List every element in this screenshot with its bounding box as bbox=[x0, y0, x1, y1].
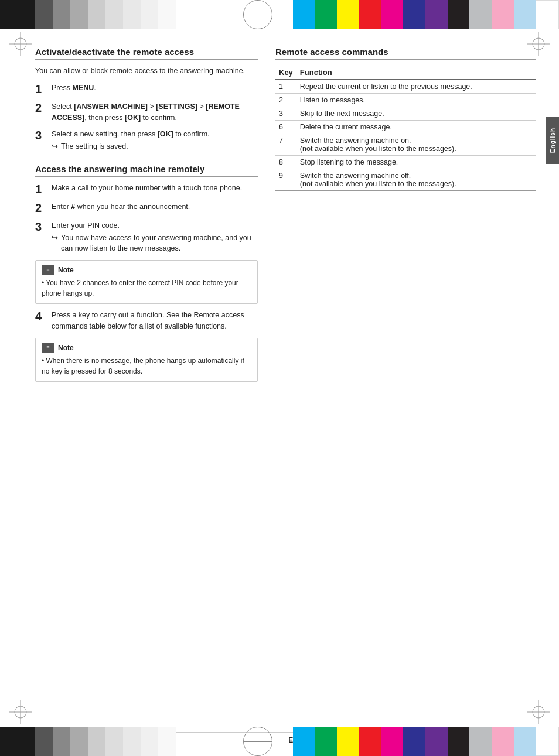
note1-icon: ≡ bbox=[42, 265, 54, 275]
step1-1-bold: MENU bbox=[72, 84, 94, 92]
step1-2: 2 Select [ANSWER MACHINE] > [SETTINGS] >… bbox=[35, 101, 258, 124]
corner-mark-bl bbox=[9, 700, 32, 724]
section1-title: Activate/deactivate the remote access bbox=[35, 47, 258, 60]
section-activate: Activate/deactivate the remote access Yo… bbox=[35, 47, 258, 152]
english-tab-label: English bbox=[550, 128, 556, 153]
table-cell-function: Switch the answering machine off.(not av… bbox=[296, 169, 536, 191]
color-bar-center bbox=[223, 0, 293, 29]
section-commands-title: Remote access commands bbox=[275, 47, 536, 60]
step1-3-result: The setting is saved. bbox=[52, 141, 258, 152]
step2-1: 1 Make a call to your home number with a… bbox=[35, 183, 258, 196]
left-column: Activate/deactivate the remote access Yo… bbox=[35, 47, 258, 394]
main-content: Activate/deactivate the remote access Yo… bbox=[35, 47, 536, 709]
col-function: Function bbox=[296, 66, 536, 80]
cb-b-w2 bbox=[141, 727, 158, 756]
step2-1-num: 1 bbox=[35, 183, 52, 196]
step1-2-b2: [SETTINGS] bbox=[156, 102, 197, 111]
cb-purple bbox=[425, 0, 448, 29]
step2-2-num: 2 bbox=[35, 201, 52, 214]
step1-3-content: Select a new setting, then press [OK] to… bbox=[52, 129, 258, 152]
table-cell-function: Stop listening to the message. bbox=[296, 156, 536, 169]
step2-4-num: 4 bbox=[35, 310, 52, 323]
section-access: Access the answering machine remotely 1 … bbox=[35, 164, 258, 382]
step1-3-bold: [OK] bbox=[158, 130, 173, 138]
cb-black2 bbox=[448, 0, 470, 29]
table-cell-function: Switch the answering machine on.(not ava… bbox=[296, 134, 536, 156]
table-cell-key: 8 bbox=[275, 156, 296, 169]
step2-4-content: Press a key to carry out a function. See… bbox=[52, 310, 258, 332]
step2-3-result: You now have access to your answering ma… bbox=[52, 232, 258, 255]
note-box-1: ≡ Note You have 2 chances to enter the c… bbox=[35, 260, 258, 304]
cb-md bbox=[53, 0, 70, 29]
step2-3-num: 3 bbox=[35, 220, 52, 233]
cb-blue bbox=[403, 0, 425, 29]
table-row: 3Skip to the next message. bbox=[275, 107, 536, 121]
cb-lt bbox=[70, 0, 88, 29]
table-row: 7Switch the answering machine on.(not av… bbox=[275, 134, 536, 156]
cb-b-w1 bbox=[123, 727, 141, 756]
cb-pink bbox=[492, 0, 514, 29]
cb-llt bbox=[88, 0, 105, 29]
step1-1-num: 1 bbox=[35, 83, 52, 95]
table-cell-function: Delete the current message. bbox=[296, 121, 536, 134]
columns: Activate/deactivate the remote access Yo… bbox=[35, 47, 536, 394]
table-cell-key: 7 bbox=[275, 134, 296, 156]
step1-1: 1 Press MENU. bbox=[35, 83, 258, 95]
step1-2-num: 2 bbox=[35, 101, 52, 114]
table-row: 2Listen to messages. bbox=[275, 94, 536, 107]
note2-content: When there is no message, the phone hang… bbox=[42, 355, 251, 377]
crosshair-circle-bottom bbox=[243, 727, 272, 756]
color-bar-bottom bbox=[0, 727, 559, 756]
table-cell-function: Listen to messages. bbox=[296, 94, 536, 107]
cb-black bbox=[0, 0, 35, 29]
step2-2-content: Enter # when you hear the announcement. bbox=[52, 201, 258, 213]
cb-b-llt bbox=[88, 727, 105, 756]
step2-3: 3 Enter your PIN code. You now have acce… bbox=[35, 220, 258, 254]
step2-4: 4 Press a key to carry out a function. S… bbox=[35, 310, 258, 332]
cb-ltblue bbox=[514, 0, 536, 29]
cb-white bbox=[536, 0, 559, 29]
cb-cyan bbox=[293, 0, 315, 29]
color-bar-bottom-left bbox=[0, 727, 223, 756]
note2-header: ≡ Note bbox=[42, 343, 251, 353]
table-cell-key: 9 bbox=[275, 169, 296, 191]
note-box-2: ≡ Note When there is no message, the pho… bbox=[35, 338, 258, 382]
step1-3-num: 3 bbox=[35, 129, 52, 142]
cb-b-dk bbox=[35, 727, 53, 756]
cb-w2 bbox=[141, 0, 158, 29]
note2-label: Note bbox=[58, 344, 74, 352]
color-bar-bottom-right bbox=[293, 727, 559, 756]
note1-icon-lines: ≡ bbox=[46, 268, 49, 273]
table-row: 8Stop listening to the message. bbox=[275, 156, 536, 169]
color-bar-right bbox=[293, 0, 559, 29]
cb-b-black bbox=[0, 727, 35, 756]
note1-header: ≡ Note bbox=[42, 265, 251, 275]
cb-dk bbox=[35, 0, 53, 29]
step2-1-content: Make a call to your home number with a t… bbox=[52, 183, 258, 194]
english-tab: English bbox=[546, 117, 559, 164]
cb-b-lt bbox=[70, 727, 88, 756]
cb-w3 bbox=[158, 0, 176, 29]
color-bar-bottom-center bbox=[223, 727, 293, 756]
section2-title: Access the answering machine remotely bbox=[35, 164, 258, 177]
note2-icon: ≡ bbox=[42, 343, 54, 353]
cb-b-w3 bbox=[158, 727, 176, 756]
note1-label: Note bbox=[58, 266, 74, 274]
right-column: Remote access commands Key Function 1Rep… bbox=[275, 47, 536, 394]
note1-item: You have 2 chances to enter the correct … bbox=[42, 278, 251, 299]
cb-yellow bbox=[337, 0, 359, 29]
cb-b-lllt bbox=[105, 727, 123, 756]
cb-w1 bbox=[123, 0, 141, 29]
step1-2-b1: [ANSWER MACHINE] bbox=[74, 102, 148, 111]
cb-lgray bbox=[469, 0, 492, 29]
table-row: 1Repeat the current or listen to the pre… bbox=[275, 80, 536, 94]
table-cell-function: Skip to the next message. bbox=[296, 107, 536, 121]
col-key: Key bbox=[275, 66, 296, 80]
note2-icon-lines: ≡ bbox=[46, 345, 49, 350]
color-bar-top bbox=[0, 0, 559, 29]
cb-red bbox=[359, 0, 381, 29]
crosshair-circle bbox=[243, 0, 272, 29]
note2-item: When there is no message, the phone hang… bbox=[42, 355, 251, 377]
cb-green bbox=[315, 0, 338, 29]
table-row: 9Switch the answering machine off.(not a… bbox=[275, 169, 536, 191]
